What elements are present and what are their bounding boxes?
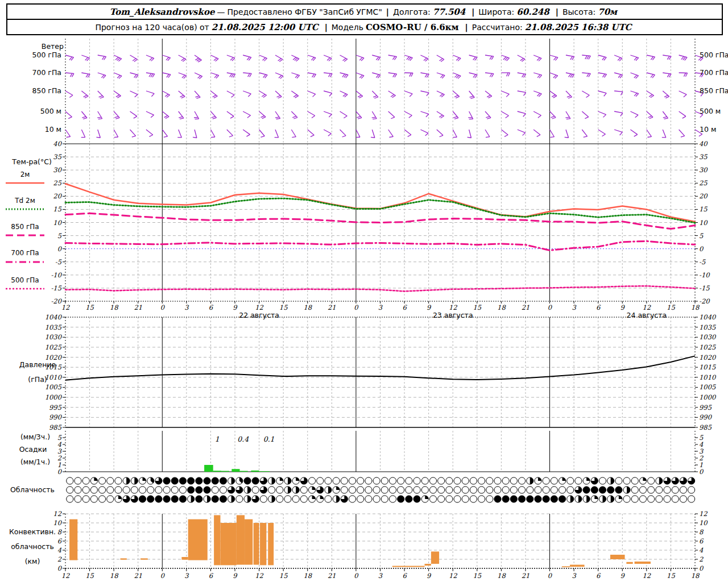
barb-shaft xyxy=(146,55,154,59)
barb-feather xyxy=(568,97,572,98)
barb-feather xyxy=(100,97,104,98)
barb-shaft xyxy=(630,130,637,135)
barb-shaft xyxy=(308,111,315,116)
barb-shaft xyxy=(518,111,526,114)
separator: | xyxy=(556,7,559,16)
wind-panel xyxy=(65,39,704,144)
cloud-circle xyxy=(623,496,630,502)
barb-shaft xyxy=(372,73,380,75)
cloud-circle xyxy=(470,496,477,502)
barb-shaft xyxy=(437,130,443,135)
barb-feather xyxy=(552,118,556,119)
wind-barb xyxy=(404,130,411,136)
barb-shaft xyxy=(566,130,569,138)
barb-shaft xyxy=(647,130,652,136)
cloud-circle xyxy=(373,496,380,502)
barb-feather xyxy=(685,73,687,77)
cloud-circle-fill xyxy=(586,496,590,502)
longitude-value: 77.504 xyxy=(433,7,465,17)
temp-tick-right: 10 xyxy=(699,219,708,227)
barb-shaft xyxy=(420,130,428,133)
cloud-circle xyxy=(292,496,299,502)
cloud-circle xyxy=(429,477,436,484)
wind-barb xyxy=(275,130,279,138)
wind-barb xyxy=(485,111,491,119)
barb-shaft xyxy=(291,130,296,137)
cloud-circle xyxy=(107,487,114,493)
precip-amount-label: 0.1 xyxy=(263,435,275,443)
wind-barb xyxy=(501,130,508,136)
barb-feather xyxy=(650,117,653,119)
wind-barb xyxy=(582,130,587,137)
barb-feather xyxy=(585,117,588,119)
pressure-tick-right: 1025 xyxy=(699,343,716,351)
wind-barb xyxy=(501,55,509,61)
wind-barb xyxy=(485,55,494,60)
cloud-circle-fill xyxy=(336,496,340,502)
cloud-circle-fill xyxy=(328,487,332,493)
barb-feather xyxy=(212,117,216,118)
cloud-circle xyxy=(260,496,267,502)
cloud-circle xyxy=(494,496,501,502)
barb-feather xyxy=(68,117,72,119)
wind-barb xyxy=(469,55,477,60)
barb-feather xyxy=(164,136,168,138)
barb-shaft xyxy=(275,130,279,138)
pressure-tick-left: 1025 xyxy=(45,343,62,351)
cloud-circle xyxy=(357,496,364,502)
cloud-circle xyxy=(67,496,73,502)
pressure-tick-right: 1040 xyxy=(699,313,717,321)
hour-label-bottom: 9 xyxy=(427,572,432,580)
latitude-value: 60.248 xyxy=(516,7,549,17)
cloud-circle xyxy=(559,496,565,502)
wind-barb xyxy=(598,111,606,117)
barb-shaft xyxy=(550,130,555,137)
barb-shaft xyxy=(501,130,508,135)
cloud-circle xyxy=(446,487,453,493)
wind-barb xyxy=(340,111,348,118)
wind-barb xyxy=(210,130,215,138)
cloud-circle xyxy=(421,487,428,493)
barb-feather xyxy=(470,96,474,97)
convective-bar xyxy=(188,519,208,560)
cloud-circle xyxy=(155,496,162,502)
barb-shaft xyxy=(485,91,492,96)
barb-shaft xyxy=(437,55,444,60)
barb-shaft xyxy=(533,55,541,59)
cloud-circle xyxy=(381,496,388,502)
barb-shaft xyxy=(340,111,348,116)
barb-shaft xyxy=(324,91,332,93)
cloud-circle xyxy=(446,477,453,484)
barb-shaft xyxy=(227,111,234,117)
wind-barb xyxy=(663,111,668,119)
temp-tick-left: -10 xyxy=(51,271,62,279)
barb-feather xyxy=(508,73,510,76)
altitude-label: Высота: xyxy=(562,7,595,16)
cloud-circle-fill xyxy=(296,477,299,481)
barb-feather xyxy=(134,117,137,119)
cloud-circle-fill xyxy=(659,477,663,484)
wind-barb xyxy=(582,111,588,119)
conv-tick-left: 12 xyxy=(53,510,61,518)
convective-bar xyxy=(431,551,439,564)
barb-feather xyxy=(663,117,667,118)
cloud-circle xyxy=(543,487,549,493)
wind-barb xyxy=(243,130,250,136)
wind-barb xyxy=(340,73,349,78)
barb-shaft xyxy=(162,91,169,95)
cloud-circle xyxy=(567,477,574,484)
barb-feather xyxy=(311,135,314,137)
barb-shaft xyxy=(420,55,428,59)
barb-shaft xyxy=(65,73,74,73)
barb-feather xyxy=(276,95,280,97)
wind-barb-row xyxy=(65,130,702,138)
barb-feather xyxy=(312,116,315,118)
wind-barb xyxy=(243,73,251,77)
barb-shaft xyxy=(679,73,688,73)
barb-feather xyxy=(114,137,118,138)
wind-barb xyxy=(356,55,364,61)
cloud-circle xyxy=(381,487,388,493)
barb-feather xyxy=(372,117,376,118)
temp-tick-left: 35 xyxy=(53,153,61,161)
hour-label-top: 18 xyxy=(497,304,506,311)
